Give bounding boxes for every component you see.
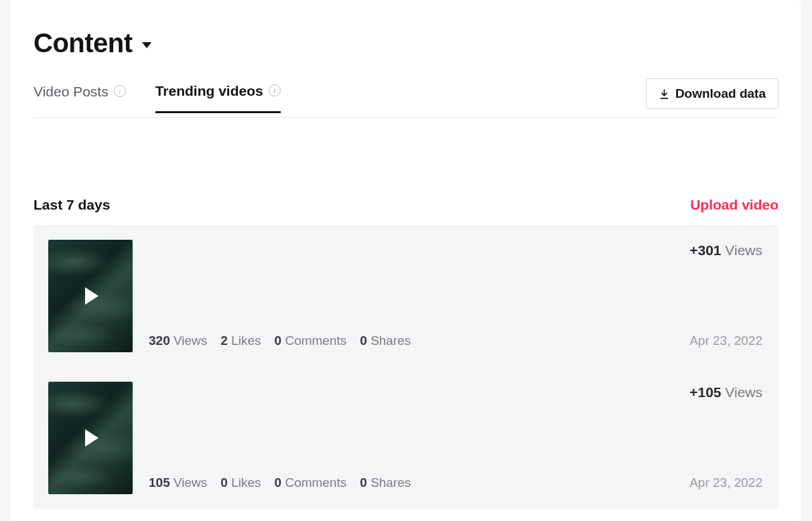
video-date: Apr 23, 2022 xyxy=(689,333,762,348)
stats-line: 105 Views 0 Likes 0 Comments 0 Shares xyxy=(149,475,673,490)
stats-line: 320 Views 2 Likes 0 Comments 0 Shares xyxy=(149,333,673,348)
tab-label: Trending videos xyxy=(155,83,263,99)
video-thumbnail[interactable] xyxy=(48,382,133,494)
stat-shares: 0 Shares xyxy=(360,475,411,490)
upload-video-link[interactable]: Upload video xyxy=(690,197,779,213)
tab-trending-videos[interactable]: Trending videos xyxy=(155,83,281,113)
stat-comments: 0 Comments xyxy=(275,333,347,348)
tab-row: Video Posts Trending videos Download dat… xyxy=(33,78,779,118)
stat-shares: 0 Shares xyxy=(360,333,411,348)
tab-label: Video Posts xyxy=(33,84,109,100)
stat-views: 320 Views xyxy=(149,333,207,348)
video-meta: 105 Views 0 Likes 0 Comments 0 Shares xyxy=(149,382,673,494)
download-data-button[interactable]: Download data xyxy=(646,78,779,109)
video-date: Apr 23, 2022 xyxy=(689,475,762,490)
title-row: Content xyxy=(33,28,779,58)
delta-views: +105 Views xyxy=(689,384,762,400)
caret-down-icon[interactable] xyxy=(142,42,151,48)
video-list: 320 Views 2 Likes 0 Comments 0 Shares +3… xyxy=(33,225,779,509)
content-panel: Content Video Posts Trending videos Down… xyxy=(11,0,801,521)
section-header: Last 7 days Upload video xyxy=(33,197,779,213)
play-icon xyxy=(85,429,98,447)
delta-views: +301 Views xyxy=(689,242,762,258)
video-meta: 320 Views 2 Likes 0 Comments 0 Shares xyxy=(149,240,673,352)
video-row[interactable]: 105 Views 0 Likes 0 Comments 0 Shares +1… xyxy=(33,367,779,509)
play-icon xyxy=(85,287,98,305)
stat-views: 105 Views xyxy=(149,475,207,490)
video-row[interactable]: 320 Views 2 Likes 0 Comments 0 Shares +3… xyxy=(33,225,779,367)
download-icon xyxy=(659,88,670,100)
stat-likes: 2 Likes xyxy=(220,333,261,348)
download-button-label: Download data xyxy=(675,86,766,101)
section-title: Last 7 days xyxy=(33,197,110,213)
video-right: +301 Views Apr 23, 2022 xyxy=(689,240,764,352)
info-icon[interactable] xyxy=(269,84,281,96)
video-thumbnail[interactable] xyxy=(48,240,133,352)
video-right: +105 Views Apr 23, 2022 xyxy=(689,382,764,494)
stat-comments: 0 Comments xyxy=(275,475,347,490)
page-title: Content xyxy=(33,28,133,58)
tab-video-posts[interactable]: Video Posts xyxy=(33,84,126,112)
stat-likes: 0 Likes xyxy=(220,475,261,490)
info-icon[interactable] xyxy=(114,85,126,97)
